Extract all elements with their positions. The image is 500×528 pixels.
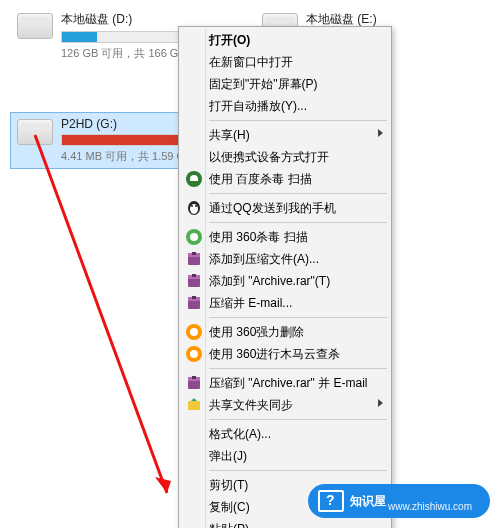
sync-icon (185, 396, 203, 414)
menu-item-label: 压缩到 "Archive.rar" 并 E-mail (209, 375, 368, 392)
hdd-icon (17, 13, 53, 39)
menu-item-label: 弹出(J) (209, 448, 247, 465)
svg-rect-22 (192, 376, 196, 379)
menu-item-label: 打开(O) (209, 32, 250, 49)
menu-item-label: 压缩并 E-mail... (209, 295, 292, 312)
menu-item-label: 通过QQ发送到我的手机 (209, 200, 336, 217)
baidu-icon (185, 170, 203, 188)
menu-item[interactable]: 使用 360强力删除 (181, 321, 389, 343)
rar-icon (185, 374, 203, 392)
menu-item[interactable]: 打开自动播放(Y)... (181, 95, 389, 117)
svg-line-24 (35, 135, 167, 493)
menu-item-label: 以便携式设备方式打开 (209, 149, 329, 166)
menu-item-label: 使用 360杀毒 扫描 (209, 229, 308, 246)
rar-icon (185, 294, 203, 312)
rar-icon (185, 272, 203, 290)
menu-item[interactable]: 添加到压缩文件(A)... (181, 248, 389, 270)
watermark-brand: 知识屋 (350, 493, 386, 510)
menu-item-label: 添加到 "Archive.rar"(T) (209, 273, 330, 290)
menu-item[interactable]: 压缩并 E-mail... (181, 292, 389, 314)
menu-item-label: 粘贴(P) (209, 521, 249, 529)
menu-item[interactable]: 共享(H) (181, 124, 389, 146)
svg-rect-12 (192, 274, 196, 277)
context-menu: 打开(O)在新窗口中打开固定到"开始"屏幕(P)打开自动播放(Y)...共享(H… (178, 26, 392, 528)
360o-icon (185, 345, 203, 363)
svg-point-19 (190, 350, 198, 358)
menu-item[interactable]: 弹出(J) (181, 445, 389, 467)
svg-rect-9 (192, 252, 196, 255)
menu-item[interactable]: 粘贴(P) (181, 518, 389, 528)
svg-point-17 (190, 328, 198, 336)
menu-item-label: 打开自动播放(Y)... (209, 98, 307, 115)
menu-item-label: 共享文件夹同步 (209, 397, 293, 414)
hdd-icon (17, 119, 53, 145)
menu-item[interactable]: 打开(O) (181, 29, 389, 51)
menu-item[interactable]: 通过QQ发送到我的手机 (181, 197, 389, 219)
watermark-url: www.zhishiwu.com (388, 501, 472, 512)
svg-point-3 (191, 205, 193, 207)
menu-item[interactable]: 以便携式设备方式打开 (181, 146, 389, 168)
svg-marker-25 (155, 477, 171, 493)
360g-icon (185, 228, 203, 246)
menu-item-label: 复制(C) (209, 499, 250, 516)
menu-item[interactable]: 固定到"开始"屏幕(P) (181, 73, 389, 95)
menu-item[interactable]: 使用 百度杀毒 扫描 (181, 168, 389, 190)
annotation-arrow (15, 125, 185, 505)
menu-item-label: 添加到压缩文件(A)... (209, 251, 319, 268)
svg-rect-23 (188, 401, 200, 410)
qq-icon (185, 199, 203, 217)
menu-item[interactable]: 使用 360进行木马云查杀 (181, 343, 389, 365)
submenu-arrow-icon (378, 129, 383, 137)
menu-item-label: 使用 360强力删除 (209, 324, 304, 341)
menu-item[interactable]: 在新窗口中打开 (181, 51, 389, 73)
360o-icon (185, 323, 203, 341)
menu-item-label: 共享(H) (209, 127, 250, 144)
menu-item[interactable]: 压缩到 "Archive.rar" 并 E-mail (181, 372, 389, 394)
menu-item-label: 格式化(A)... (209, 426, 271, 443)
menu-item[interactable]: 添加到 "Archive.rar"(T) (181, 270, 389, 292)
menu-item[interactable]: 共享文件夹同步 (181, 394, 389, 416)
menu-item[interactable]: 使用 360杀毒 扫描 (181, 226, 389, 248)
menu-item-label: 使用 360进行木马云查杀 (209, 346, 340, 363)
menu-item-label: 在新窗口中打开 (209, 54, 293, 71)
svg-point-4 (195, 205, 197, 207)
menu-item[interactable]: 格式化(A)... (181, 423, 389, 445)
menu-item-label: 剪切(T) (209, 477, 248, 494)
logo-icon (318, 490, 344, 512)
menu-item-label: 固定到"开始"屏幕(P) (209, 76, 318, 93)
svg-point-6 (190, 233, 198, 241)
submenu-arrow-icon (378, 399, 383, 407)
rar-icon (185, 250, 203, 268)
svg-rect-15 (192, 296, 196, 299)
menu-item-label: 使用 百度杀毒 扫描 (209, 171, 312, 188)
watermark-badge: 知识屋 www.zhishiwu.com (308, 484, 490, 518)
